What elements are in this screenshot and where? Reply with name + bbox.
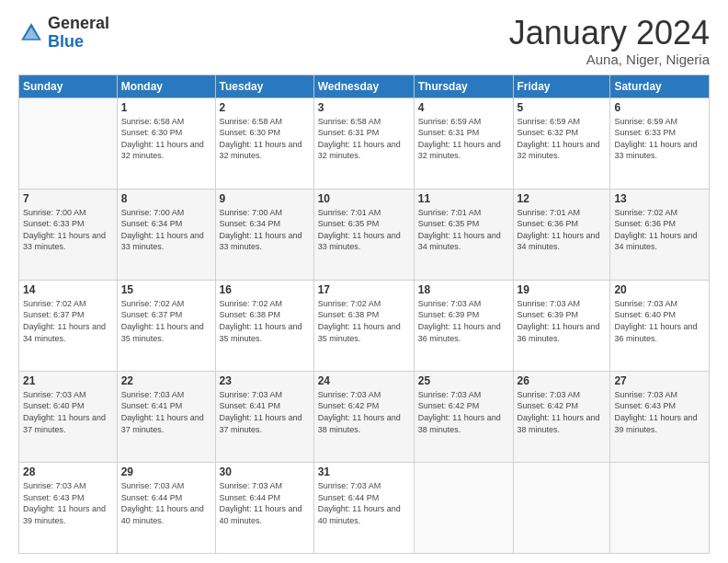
day-number: 22: [121, 374, 211, 387]
calendar-cell: [610, 462, 710, 553]
day-number: 24: [318, 374, 410, 387]
day-number: 28: [23, 465, 113, 478]
weekday-row: SundayMondayTuesdayWednesdayThursdayFrid…: [19, 75, 710, 98]
day-info: Sunrise: 7:03 AMSunset: 6:43 PMDaylight:…: [614, 389, 705, 435]
calendar-cell: 15Sunrise: 7:02 AMSunset: 6:37 PMDayligh…: [117, 280, 215, 371]
day-info: Sunrise: 6:59 AMSunset: 6:31 PMDaylight:…: [418, 116, 509, 162]
calendar-cell: 16Sunrise: 7:02 AMSunset: 6:38 PMDayligh…: [215, 280, 313, 371]
day-info: Sunrise: 6:58 AMSunset: 6:30 PMDaylight:…: [121, 116, 211, 162]
calendar-cell: [513, 462, 610, 553]
calendar-cell: 19Sunrise: 7:03 AMSunset: 6:39 PMDayligh…: [513, 280, 610, 371]
calendar-cell: 10Sunrise: 7:01 AMSunset: 6:35 PMDayligh…: [313, 189, 414, 280]
day-number: 9: [220, 192, 310, 205]
day-info: Sunrise: 7:03 AMSunset: 6:42 PMDaylight:…: [518, 389, 607, 435]
day-info: Sunrise: 7:03 AMSunset: 6:41 PMDaylight:…: [220, 389, 310, 435]
day-number: 18: [418, 283, 509, 296]
day-info: Sunrise: 7:01 AMSunset: 6:35 PMDaylight:…: [418, 207, 509, 253]
day-info: Sunrise: 7:00 AMSunset: 6:34 PMDaylight:…: [220, 207, 310, 253]
day-info: Sunrise: 7:03 AMSunset: 6:44 PMDaylight:…: [121, 480, 211, 526]
calendar-week: 1Sunrise: 6:58 AMSunset: 6:30 PMDaylight…: [19, 98, 710, 189]
day-info: Sunrise: 6:58 AMSunset: 6:31 PMDaylight:…: [318, 116, 410, 162]
calendar-cell: 26Sunrise: 7:03 AMSunset: 6:42 PMDayligh…: [513, 371, 610, 462]
day-number: 14: [23, 283, 113, 296]
day-info: Sunrise: 7:00 AMSunset: 6:34 PMDaylight:…: [121, 207, 211, 253]
day-number: 19: [518, 283, 607, 296]
logo-general: General: [48, 15, 109, 33]
calendar-cell: 29Sunrise: 7:03 AMSunset: 6:44 PMDayligh…: [117, 462, 215, 553]
calendar-cell: 20Sunrise: 7:03 AMSunset: 6:40 PMDayligh…: [610, 280, 710, 371]
calendar-body: 1Sunrise: 6:58 AMSunset: 6:30 PMDaylight…: [19, 98, 710, 553]
day-info: Sunrise: 6:58 AMSunset: 6:30 PMDaylight:…: [220, 116, 310, 162]
day-number: 12: [518, 192, 607, 205]
day-info: Sunrise: 7:02 AMSunset: 6:38 PMDaylight:…: [318, 298, 410, 344]
calendar-cell: 6Sunrise: 6:59 AMSunset: 6:33 PMDaylight…: [610, 98, 710, 189]
day-info: Sunrise: 7:03 AMSunset: 6:40 PMDaylight:…: [23, 389, 113, 435]
weekday-header: Friday: [513, 75, 610, 98]
calendar-cell: 12Sunrise: 7:01 AMSunset: 6:36 PMDayligh…: [513, 189, 610, 280]
calendar-cell: 1Sunrise: 6:58 AMSunset: 6:30 PMDaylight…: [117, 98, 215, 189]
calendar-cell: 21Sunrise: 7:03 AMSunset: 6:40 PMDayligh…: [19, 371, 118, 462]
day-info: Sunrise: 7:02 AMSunset: 6:37 PMDaylight:…: [121, 298, 211, 344]
calendar-cell: 18Sunrise: 7:03 AMSunset: 6:39 PMDayligh…: [414, 280, 513, 371]
day-info: Sunrise: 7:03 AMSunset: 6:42 PMDaylight:…: [418, 389, 509, 435]
logo: General Blue: [18, 15, 109, 52]
calendar-week: 14Sunrise: 7:02 AMSunset: 6:37 PMDayligh…: [19, 280, 710, 371]
calendar-cell: 28Sunrise: 7:03 AMSunset: 6:43 PMDayligh…: [19, 462, 118, 553]
weekday-header: Monday: [117, 75, 215, 98]
day-info: Sunrise: 7:03 AMSunset: 6:40 PMDaylight:…: [614, 298, 705, 344]
calendar-cell: 22Sunrise: 7:03 AMSunset: 6:41 PMDayligh…: [117, 371, 215, 462]
calendar-cell: 3Sunrise: 6:58 AMSunset: 6:31 PMDaylight…: [313, 98, 414, 189]
day-info: Sunrise: 7:01 AMSunset: 6:36 PMDaylight:…: [518, 207, 607, 253]
day-number: 21: [23, 374, 113, 387]
calendar-cell: 14Sunrise: 7:02 AMSunset: 6:37 PMDayligh…: [19, 280, 118, 371]
day-number: 8: [121, 192, 211, 205]
day-info: Sunrise: 6:59 AMSunset: 6:33 PMDaylight:…: [614, 116, 705, 162]
calendar-cell: 24Sunrise: 7:03 AMSunset: 6:42 PMDayligh…: [313, 371, 414, 462]
day-info: Sunrise: 7:03 AMSunset: 6:39 PMDaylight:…: [518, 298, 607, 344]
calendar-cell: 30Sunrise: 7:03 AMSunset: 6:44 PMDayligh…: [215, 462, 313, 553]
day-info: Sunrise: 7:02 AMSunset: 6:36 PMDaylight:…: [614, 207, 705, 253]
calendar-cell: 5Sunrise: 6:59 AMSunset: 6:32 PMDaylight…: [513, 98, 610, 189]
header: General Blue January 2024 Auna, Niger, N…: [18, 15, 710, 67]
calendar-cell: 31Sunrise: 7:03 AMSunset: 6:44 PMDayligh…: [313, 462, 414, 553]
calendar-cell: 9Sunrise: 7:00 AMSunset: 6:34 PMDaylight…: [215, 189, 313, 280]
day-number: 15: [121, 283, 211, 296]
day-info: Sunrise: 7:00 AMSunset: 6:33 PMDaylight:…: [23, 207, 113, 253]
day-number: 27: [614, 374, 705, 387]
title-block: January 2024 Auna, Niger, Nigeria: [509, 15, 710, 67]
calendar-cell: 17Sunrise: 7:02 AMSunset: 6:38 PMDayligh…: [313, 280, 414, 371]
page: General Blue January 2024 Auna, Niger, N…: [0, 0, 728, 563]
day-number: 5: [518, 101, 607, 114]
calendar-cell: 25Sunrise: 7:03 AMSunset: 6:42 PMDayligh…: [414, 371, 513, 462]
calendar-cell: [414, 462, 513, 553]
calendar-week: 21Sunrise: 7:03 AMSunset: 6:40 PMDayligh…: [19, 371, 710, 462]
day-number: 13: [614, 192, 705, 205]
day-info: Sunrise: 7:02 AMSunset: 6:38 PMDaylight:…: [220, 298, 310, 344]
weekday-header: Sunday: [19, 75, 118, 98]
day-number: 4: [418, 101, 509, 114]
day-info: Sunrise: 6:59 AMSunset: 6:32 PMDaylight:…: [518, 116, 607, 162]
logo-text: General Blue: [48, 15, 109, 52]
logo-icon: [18, 20, 44, 46]
calendar-cell: 7Sunrise: 7:00 AMSunset: 6:33 PMDaylight…: [19, 189, 118, 280]
day-number: 2: [220, 101, 310, 114]
day-number: 7: [23, 192, 113, 205]
day-info: Sunrise: 7:03 AMSunset: 6:44 PMDaylight:…: [220, 480, 310, 526]
day-number: 23: [220, 374, 310, 387]
day-number: 29: [121, 465, 211, 478]
day-info: Sunrise: 7:03 AMSunset: 6:39 PMDaylight:…: [418, 298, 509, 344]
calendar-cell: 2Sunrise: 6:58 AMSunset: 6:30 PMDaylight…: [215, 98, 313, 189]
day-info: Sunrise: 7:03 AMSunset: 6:41 PMDaylight:…: [121, 389, 211, 435]
calendar-header: SundayMondayTuesdayWednesdayThursdayFrid…: [19, 75, 710, 98]
day-info: Sunrise: 7:03 AMSunset: 6:43 PMDaylight:…: [23, 480, 113, 526]
day-number: 6: [614, 101, 705, 114]
day-info: Sunrise: 7:02 AMSunset: 6:37 PMDaylight:…: [23, 298, 113, 344]
calendar-week: 7Sunrise: 7:00 AMSunset: 6:33 PMDaylight…: [19, 189, 710, 280]
weekday-header: Wednesday: [313, 75, 414, 98]
day-number: 30: [220, 465, 310, 478]
calendar-cell: [19, 98, 118, 189]
calendar-cell: 11Sunrise: 7:01 AMSunset: 6:35 PMDayligh…: [414, 189, 513, 280]
day-number: 20: [614, 283, 705, 296]
day-number: 3: [318, 101, 410, 114]
day-number: 25: [418, 374, 509, 387]
